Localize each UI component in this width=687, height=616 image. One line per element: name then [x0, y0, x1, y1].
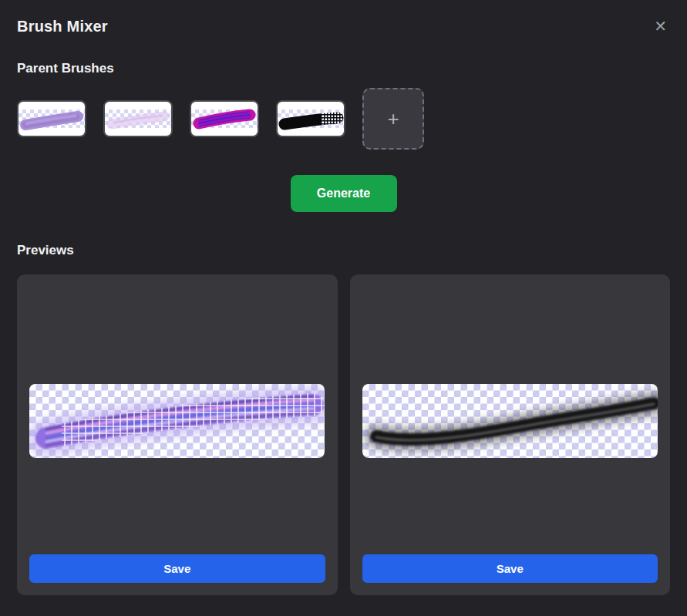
magenta-streaked-stroke-image [191, 102, 258, 136]
black-grid-stroke-image [278, 102, 344, 136]
black-smooth-stroke-image [362, 384, 658, 458]
page-title: Brush Mixer [17, 18, 108, 35]
preview-image-black-smooth [362, 384, 658, 458]
parent-brushes-heading: Parent Brushes [17, 61, 670, 76]
purple-grid-stroke-image [29, 384, 325, 458]
preview-card-1: Save [17, 274, 338, 595]
generate-row: Generate [17, 175, 670, 212]
brush-mixer-dialog: Brush Mixer ✕ Parent Brushes [0, 0, 687, 616]
brush-thumbnail-black-grid[interactable] [276, 100, 345, 137]
brush-thumbnail-purple-soft[interactable] [17, 100, 86, 137]
close-icon[interactable]: ✕ [651, 17, 670, 35]
previews-heading: Previews [17, 243, 670, 258]
dialog-header: Brush Mixer ✕ [17, 0, 670, 35]
preview-card-2: Save [350, 274, 671, 595]
preview-cards: Save Save [17, 274, 670, 595]
brush-thumbnail-magenta-streaked[interactable] [190, 100, 259, 137]
parent-brush-row: + [17, 88, 670, 150]
faded-pink-stroke-image [105, 102, 171, 136]
purple-soft-stroke-image [19, 102, 85, 136]
preview-image-purple-grid [29, 384, 325, 458]
preview-area [29, 287, 325, 554]
add-parent-brush-button[interactable]: + [362, 88, 424, 150]
brush-thumbnail-faded-pink[interactable] [103, 100, 173, 137]
preview-area [362, 287, 658, 554]
generate-button[interactable]: Generate [291, 175, 397, 212]
save-button-1[interactable]: Save [29, 554, 325, 583]
plus-icon: + [387, 107, 399, 131]
save-button-2[interactable]: Save [362, 554, 658, 583]
